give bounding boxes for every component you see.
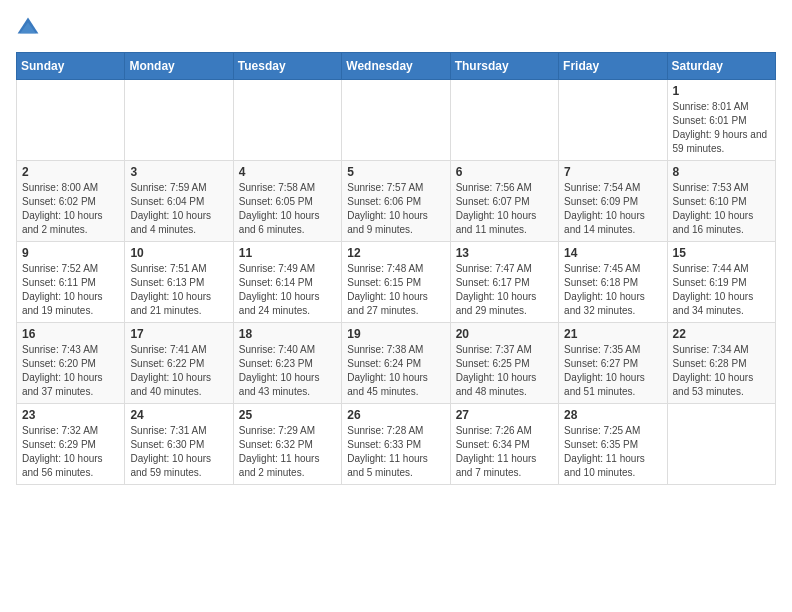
day-number: 28	[564, 408, 661, 422]
day-info: Sunrise: 7:41 AM Sunset: 6:22 PM Dayligh…	[130, 343, 227, 399]
calendar-cell: 11Sunrise: 7:49 AM Sunset: 6:14 PM Dayli…	[233, 242, 341, 323]
day-number: 13	[456, 246, 553, 260]
day-info: Sunrise: 7:25 AM Sunset: 6:35 PM Dayligh…	[564, 424, 661, 480]
day-number: 3	[130, 165, 227, 179]
calendar-cell: 15Sunrise: 7:44 AM Sunset: 6:19 PM Dayli…	[667, 242, 775, 323]
calendar-cell: 13Sunrise: 7:47 AM Sunset: 6:17 PM Dayli…	[450, 242, 558, 323]
day-number: 17	[130, 327, 227, 341]
day-number: 27	[456, 408, 553, 422]
calendar-cell	[342, 80, 450, 161]
calendar-day-header: Wednesday	[342, 53, 450, 80]
day-info: Sunrise: 7:26 AM Sunset: 6:34 PM Dayligh…	[456, 424, 553, 480]
calendar-cell: 3Sunrise: 7:59 AM Sunset: 6:04 PM Daylig…	[125, 161, 233, 242]
calendar-cell	[559, 80, 667, 161]
day-number: 16	[22, 327, 119, 341]
calendar-week-row: 9Sunrise: 7:52 AM Sunset: 6:11 PM Daylig…	[17, 242, 776, 323]
calendar-table: SundayMondayTuesdayWednesdayThursdayFrid…	[16, 52, 776, 485]
day-info: Sunrise: 7:45 AM Sunset: 6:18 PM Dayligh…	[564, 262, 661, 318]
day-number: 11	[239, 246, 336, 260]
calendar-cell: 4Sunrise: 7:58 AM Sunset: 6:05 PM Daylig…	[233, 161, 341, 242]
calendar-cell	[667, 404, 775, 485]
calendar-cell: 25Sunrise: 7:29 AM Sunset: 6:32 PM Dayli…	[233, 404, 341, 485]
day-info: Sunrise: 7:47 AM Sunset: 6:17 PM Dayligh…	[456, 262, 553, 318]
day-number: 5	[347, 165, 444, 179]
day-info: Sunrise: 7:51 AM Sunset: 6:13 PM Dayligh…	[130, 262, 227, 318]
day-number: 26	[347, 408, 444, 422]
day-info: Sunrise: 7:53 AM Sunset: 6:10 PM Dayligh…	[673, 181, 770, 237]
calendar-cell: 22Sunrise: 7:34 AM Sunset: 6:28 PM Dayli…	[667, 323, 775, 404]
calendar-cell	[17, 80, 125, 161]
day-number: 1	[673, 84, 770, 98]
day-number: 24	[130, 408, 227, 422]
calendar-cell: 1Sunrise: 8:01 AM Sunset: 6:01 PM Daylig…	[667, 80, 775, 161]
day-number: 25	[239, 408, 336, 422]
logo	[16, 16, 44, 40]
day-info: Sunrise: 7:37 AM Sunset: 6:25 PM Dayligh…	[456, 343, 553, 399]
calendar-cell: 24Sunrise: 7:31 AM Sunset: 6:30 PM Dayli…	[125, 404, 233, 485]
day-number: 23	[22, 408, 119, 422]
day-info: Sunrise: 7:48 AM Sunset: 6:15 PM Dayligh…	[347, 262, 444, 318]
day-number: 18	[239, 327, 336, 341]
calendar-cell	[450, 80, 558, 161]
day-number: 12	[347, 246, 444, 260]
day-number: 19	[347, 327, 444, 341]
calendar-day-header: Sunday	[17, 53, 125, 80]
calendar-cell: 20Sunrise: 7:37 AM Sunset: 6:25 PM Dayli…	[450, 323, 558, 404]
day-info: Sunrise: 7:58 AM Sunset: 6:05 PM Dayligh…	[239, 181, 336, 237]
day-info: Sunrise: 8:00 AM Sunset: 6:02 PM Dayligh…	[22, 181, 119, 237]
day-info: Sunrise: 7:31 AM Sunset: 6:30 PM Dayligh…	[130, 424, 227, 480]
calendar-cell: 12Sunrise: 7:48 AM Sunset: 6:15 PM Dayli…	[342, 242, 450, 323]
day-number: 8	[673, 165, 770, 179]
calendar-cell: 19Sunrise: 7:38 AM Sunset: 6:24 PM Dayli…	[342, 323, 450, 404]
calendar-day-header: Friday	[559, 53, 667, 80]
calendar-cell: 10Sunrise: 7:51 AM Sunset: 6:13 PM Dayli…	[125, 242, 233, 323]
calendar-day-header: Saturday	[667, 53, 775, 80]
generalblue-logo-icon	[16, 16, 40, 40]
calendar-cell: 2Sunrise: 8:00 AM Sunset: 6:02 PM Daylig…	[17, 161, 125, 242]
day-info: Sunrise: 7:29 AM Sunset: 6:32 PM Dayligh…	[239, 424, 336, 480]
day-info: Sunrise: 7:52 AM Sunset: 6:11 PM Dayligh…	[22, 262, 119, 318]
day-number: 22	[673, 327, 770, 341]
calendar-cell	[233, 80, 341, 161]
day-info: Sunrise: 7:32 AM Sunset: 6:29 PM Dayligh…	[22, 424, 119, 480]
calendar-cell: 6Sunrise: 7:56 AM Sunset: 6:07 PM Daylig…	[450, 161, 558, 242]
calendar-cell: 26Sunrise: 7:28 AM Sunset: 6:33 PM Dayli…	[342, 404, 450, 485]
calendar-cell: 8Sunrise: 7:53 AM Sunset: 6:10 PM Daylig…	[667, 161, 775, 242]
calendar-day-header: Thursday	[450, 53, 558, 80]
day-info: Sunrise: 7:40 AM Sunset: 6:23 PM Dayligh…	[239, 343, 336, 399]
calendar-cell: 7Sunrise: 7:54 AM Sunset: 6:09 PM Daylig…	[559, 161, 667, 242]
calendar-week-row: 2Sunrise: 8:00 AM Sunset: 6:02 PM Daylig…	[17, 161, 776, 242]
day-info: Sunrise: 8:01 AM Sunset: 6:01 PM Dayligh…	[673, 100, 770, 156]
day-number: 15	[673, 246, 770, 260]
day-number: 10	[130, 246, 227, 260]
calendar-cell	[125, 80, 233, 161]
day-info: Sunrise: 7:54 AM Sunset: 6:09 PM Dayligh…	[564, 181, 661, 237]
calendar-cell: 28Sunrise: 7:25 AM Sunset: 6:35 PM Dayli…	[559, 404, 667, 485]
calendar-cell: 23Sunrise: 7:32 AM Sunset: 6:29 PM Dayli…	[17, 404, 125, 485]
calendar-cell: 14Sunrise: 7:45 AM Sunset: 6:18 PM Dayli…	[559, 242, 667, 323]
calendar-cell: 16Sunrise: 7:43 AM Sunset: 6:20 PM Dayli…	[17, 323, 125, 404]
day-info: Sunrise: 7:38 AM Sunset: 6:24 PM Dayligh…	[347, 343, 444, 399]
day-info: Sunrise: 7:57 AM Sunset: 6:06 PM Dayligh…	[347, 181, 444, 237]
day-number: 4	[239, 165, 336, 179]
day-number: 9	[22, 246, 119, 260]
calendar-week-row: 16Sunrise: 7:43 AM Sunset: 6:20 PM Dayli…	[17, 323, 776, 404]
day-number: 20	[456, 327, 553, 341]
day-info: Sunrise: 7:59 AM Sunset: 6:04 PM Dayligh…	[130, 181, 227, 237]
calendar-cell: 17Sunrise: 7:41 AM Sunset: 6:22 PM Dayli…	[125, 323, 233, 404]
day-info: Sunrise: 7:44 AM Sunset: 6:19 PM Dayligh…	[673, 262, 770, 318]
calendar-cell: 9Sunrise: 7:52 AM Sunset: 6:11 PM Daylig…	[17, 242, 125, 323]
calendar-week-row: 1Sunrise: 8:01 AM Sunset: 6:01 PM Daylig…	[17, 80, 776, 161]
day-info: Sunrise: 7:35 AM Sunset: 6:27 PM Dayligh…	[564, 343, 661, 399]
calendar-day-header: Monday	[125, 53, 233, 80]
calendar-cell: 5Sunrise: 7:57 AM Sunset: 6:06 PM Daylig…	[342, 161, 450, 242]
calendar-cell: 21Sunrise: 7:35 AM Sunset: 6:27 PM Dayli…	[559, 323, 667, 404]
calendar-day-header: Tuesday	[233, 53, 341, 80]
day-info: Sunrise: 7:56 AM Sunset: 6:07 PM Dayligh…	[456, 181, 553, 237]
day-number: 21	[564, 327, 661, 341]
day-info: Sunrise: 7:49 AM Sunset: 6:14 PM Dayligh…	[239, 262, 336, 318]
calendar-cell: 18Sunrise: 7:40 AM Sunset: 6:23 PM Dayli…	[233, 323, 341, 404]
day-number: 2	[22, 165, 119, 179]
day-info: Sunrise: 7:28 AM Sunset: 6:33 PM Dayligh…	[347, 424, 444, 480]
day-number: 14	[564, 246, 661, 260]
